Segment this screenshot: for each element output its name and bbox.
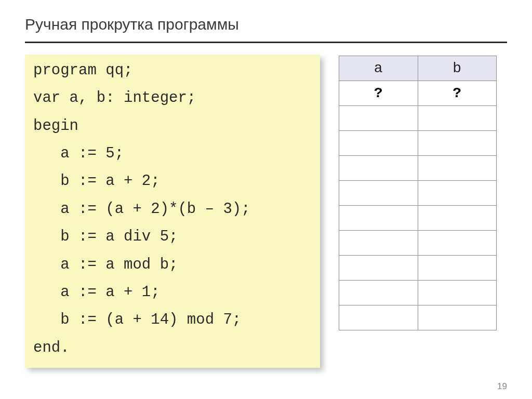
code-line: b := a div 5; bbox=[33, 223, 312, 250]
table-row bbox=[339, 256, 497, 281]
code-line: var a, b: integer; bbox=[33, 84, 312, 112]
cell bbox=[418, 305, 497, 330]
table-row bbox=[339, 131, 497, 156]
cell bbox=[418, 256, 497, 281]
table-row bbox=[339, 156, 497, 181]
cell bbox=[339, 156, 418, 181]
trace-table: a b ? ? bbox=[339, 56, 497, 330]
cell bbox=[418, 156, 497, 181]
table-header-row: a b bbox=[339, 56, 497, 81]
title-divider bbox=[25, 42, 507, 43]
table-row bbox=[339, 181, 497, 206]
cell bbox=[418, 281, 497, 305]
cell bbox=[339, 131, 418, 156]
cell bbox=[339, 305, 418, 330]
table-row bbox=[339, 305, 497, 330]
code-line: begin bbox=[33, 112, 312, 140]
code-line: a := (a + 2)*(b – 3); bbox=[33, 195, 312, 223]
table-row bbox=[339, 106, 497, 131]
code-line: a := 5; bbox=[33, 140, 312, 167]
cell bbox=[418, 106, 497, 131]
cell bbox=[418, 131, 497, 156]
col-header-a: a bbox=[339, 56, 418, 81]
cell bbox=[418, 231, 497, 256]
code-line: a := a mod b; bbox=[33, 251, 312, 278]
cell bbox=[339, 281, 418, 305]
cell bbox=[339, 106, 418, 131]
table-row bbox=[339, 206, 497, 231]
cell bbox=[418, 206, 497, 231]
code-line: program qq; bbox=[33, 57, 312, 84]
code-line: b := (a + 14) mod 7; bbox=[33, 306, 312, 334]
code-block: program qq; var a, b: integer; begin a :… bbox=[25, 55, 320, 368]
col-header-b: b bbox=[418, 56, 497, 81]
cell bbox=[339, 256, 418, 281]
code-line: b := a + 2; bbox=[33, 167, 312, 195]
code-line: a := a + 1; bbox=[33, 278, 312, 306]
table-row bbox=[339, 281, 497, 305]
page-title: Ручная прокрутка программы bbox=[0, 0, 532, 38]
cell bbox=[339, 181, 418, 206]
cell bbox=[339, 206, 418, 231]
page-number: 19 bbox=[497, 381, 507, 392]
table-row: ? ? bbox=[339, 81, 497, 106]
table-row bbox=[339, 231, 497, 256]
cell: ? bbox=[418, 81, 497, 106]
code-line: end. bbox=[33, 334, 312, 362]
cell bbox=[339, 231, 418, 256]
content-area: program qq; var a, b: integer; begin a :… bbox=[0, 55, 532, 368]
cell: ? bbox=[339, 81, 418, 106]
cell bbox=[418, 181, 497, 206]
